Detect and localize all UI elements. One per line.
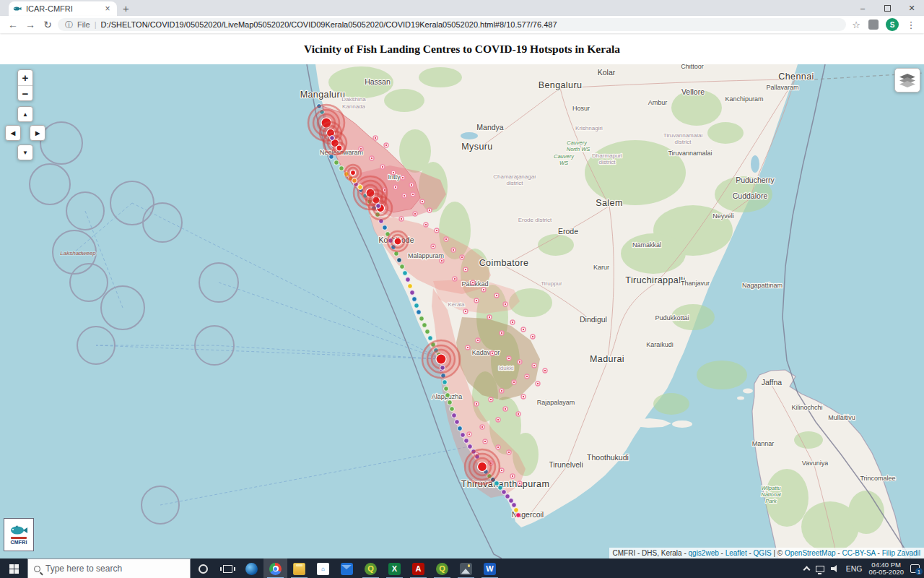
browser-menu-icon[interactable]: ⋮ — [904, 20, 918, 30]
fish-landing-centre-marker[interactable] — [400, 264, 405, 269]
pan-right-button[interactable]: ▶ — [30, 125, 45, 141]
reload-button[interactable]: ↻ — [40, 19, 55, 30]
fish-landing-centre-marker[interactable] — [444, 387, 449, 392]
fish-landing-centre-marker[interactable] — [516, 513, 521, 518]
back-button[interactable]: ← — [6, 19, 20, 30]
fish-landing-centre-marker[interactable] — [412, 297, 417, 302]
taskbar-app-explorer[interactable] — [287, 558, 311, 578]
fish-landing-centre-marker[interactable] — [443, 380, 448, 385]
task-view-button[interactable] — [215, 558, 240, 578]
layers-control[interactable] — [894, 68, 920, 92]
fish-landing-centre-marker[interactable] — [461, 433, 466, 438]
fish-landing-centre-marker[interactable] — [448, 400, 453, 405]
fish-landing-centre-marker[interactable] — [334, 160, 339, 165]
fish-landing-centre-marker[interactable] — [397, 258, 402, 263]
window-maximize-button[interactable] — [875, 0, 899, 16]
taskbar-app-mail[interactable] — [335, 558, 359, 578]
taskbar-app-word[interactable]: W — [478, 558, 502, 578]
extension-icon[interactable] — [868, 20, 879, 30]
fish-landing-centre-marker[interactable] — [505, 494, 510, 499]
forward-button[interactable]: → — [23, 19, 38, 30]
taskbar-app-chrome[interactable] — [263, 558, 287, 578]
zoom-out-button[interactable]: − — [18, 85, 32, 100]
cortana-button[interactable] — [191, 558, 215, 578]
map-label: district — [674, 139, 692, 145]
attribution-link[interactable]: OpenStreetMap — [785, 549, 836, 557]
taskbar-app-excel[interactable]: X — [383, 558, 406, 578]
zoom-in-button[interactable]: + — [18, 70, 32, 85]
fish-landing-centre-marker[interactable] — [383, 225, 388, 230]
hotspot-marker[interactable] — [336, 145, 342, 151]
taskbar-clock[interactable]: 04:40 PM 06-05-2020 — [868, 561, 904, 576]
taskbar-app-qgis2[interactable]: Q — [430, 558, 454, 578]
landing-centre-marker[interactable] — [440, 366, 445, 371]
action-center-icon[interactable]: 1 — [910, 564, 920, 573]
network-icon[interactable] — [816, 566, 824, 572]
fish-landing-centre-marker[interactable] — [498, 486, 503, 491]
fish-landing-centre-marker[interactable] — [445, 393, 450, 398]
fish-landing-centre-marker[interactable] — [403, 271, 408, 276]
tab-close-icon[interactable]: × — [103, 4, 113, 14]
taskbar-search-box[interactable] — [27, 558, 191, 578]
bookmark-star-icon[interactable]: ☆ — [849, 20, 863, 30]
hotspot-marker[interactable] — [394, 238, 401, 245]
taskbar-app-photos[interactable] — [454, 558, 478, 578]
map-container[interactable]: MangaluruBengaluruChennaiMysuruSalemCoim… — [0, 64, 924, 558]
landing-centre-marker[interactable] — [352, 178, 357, 184]
search-input[interactable] — [45, 564, 168, 574]
attribution-link[interactable]: QGIS — [754, 549, 772, 557]
browser-tab[interactable]: ICAR-CMFRI × — [9, 1, 117, 16]
hotspot-marker[interactable] — [436, 354, 446, 364]
fish-landing-centre-marker[interactable] — [514, 508, 519, 513]
language-indicator[interactable]: ENG — [846, 564, 863, 573]
attribution-link[interactable]: Filip Zavadil — [882, 549, 920, 557]
fish-landing-centre-marker[interactable] — [406, 277, 411, 282]
fish-landing-centre-marker[interactable] — [419, 316, 424, 322]
attribution-link[interactable]: Leaflet — [725, 549, 747, 557]
window-minimize-button[interactable]: – — [850, 0, 875, 16]
pan-up-button[interactable]: ▲ — [17, 106, 33, 122]
hotspot-marker[interactable] — [478, 462, 487, 472]
page-info-icon[interactable]: ⓘ — [65, 20, 73, 30]
cmfri-logo[interactable]: CMFRI — [4, 518, 34, 551]
taskbar-app-acrobat[interactable]: A — [406, 558, 430, 578]
map-label: Cuddalore — [733, 191, 768, 200]
attribution-link[interactable]: qgis2web — [689, 549, 719, 557]
tray-expand-icon[interactable] — [803, 566, 810, 574]
landing-centre-marker[interactable] — [358, 185, 363, 190]
fish-landing-centre-marker[interactable] — [425, 329, 430, 335]
pan-left-button[interactable]: ◀ — [5, 125, 21, 141]
fish-landing-centre-marker[interactable] — [458, 426, 463, 431]
fish-landing-centre-marker[interactable] — [509, 499, 514, 504]
fish-landing-centre-marker[interactable] — [428, 336, 433, 341]
pan-down-button[interactable]: ▼ — [17, 144, 33, 160]
address-bar[interactable]: ⓘ File | D:/SHELTON/COVID19/05052020/Liv… — [58, 18, 846, 31]
landing-centre-marker[interactable] — [376, 204, 381, 209]
fish-landing-centre-marker[interactable] — [408, 284, 413, 289]
fish-landing-centre-marker[interactable] — [502, 490, 507, 495]
fish-landing-centre-marker[interactable] — [417, 310, 422, 315]
fish-landing-centre-marker[interactable] — [468, 444, 473, 449]
fish-landing-centre-marker[interactable] — [452, 413, 457, 418]
start-button[interactable] — [0, 558, 27, 578]
fish-landing-centre-marker[interactable] — [414, 303, 419, 309]
new-tab-button[interactable]: + — [123, 2, 129, 14]
profile-avatar[interactable]: S — [886, 18, 899, 31]
fish-landing-centre-marker[interactable] — [410, 290, 415, 296]
fish-landing-centre-marker[interactable] — [455, 420, 460, 425]
hotspot-marker[interactable] — [351, 171, 356, 176]
fish-landing-centre-marker[interactable] — [450, 407, 455, 412]
taskbar-app-qgis[interactable]: Q — [359, 558, 383, 578]
landing-centre-marker[interactable] — [330, 136, 335, 141]
taskbar-app-store[interactable]: ⌂ — [311, 558, 335, 578]
fish-landing-centre-marker[interactable] — [494, 481, 500, 486]
attribution-link[interactable]: CC-BY-SA — [842, 549, 875, 557]
fish-landing-centre-marker[interactable] — [512, 503, 517, 508]
window-close-button[interactable]: ✕ — [899, 0, 924, 16]
taskbar-app-edge[interactable] — [240, 558, 263, 578]
fish-landing-centre-marker[interactable] — [339, 166, 344, 171]
map-canvas[interactable]: MangaluruBengaluruChennaiMysuruSalemCoim… — [0, 64, 924, 558]
volume-icon[interactable] — [831, 565, 840, 572]
fish-landing-centre-marker[interactable] — [422, 323, 427, 328]
fish-landing-centre-marker[interactable] — [464, 439, 469, 444]
